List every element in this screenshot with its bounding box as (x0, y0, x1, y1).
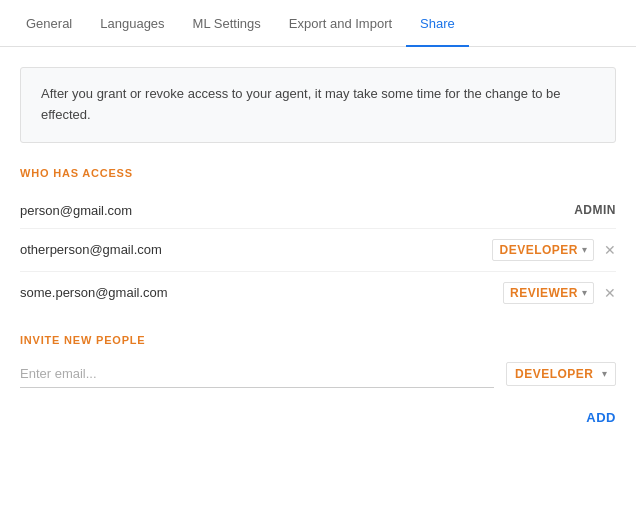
access-role-area: ADMIN (574, 203, 616, 217)
nav-tab-ml-settings[interactable]: ML Settings (179, 0, 275, 47)
main-content: After you grant or revoke access to your… (0, 47, 636, 449)
add-row: ADD (20, 406, 616, 429)
nav-tab-general[interactable]: General (12, 0, 86, 47)
access-row: person@gmail.comADMIN (20, 193, 616, 229)
role-chevron-icon: ▾ (582, 287, 587, 298)
nav-tab-languages[interactable]: Languages (86, 0, 178, 47)
access-row: otherperson@gmail.comDEVELOPER▾✕ (20, 229, 616, 272)
invite-email-input[interactable] (20, 360, 494, 388)
info-box: After you grant or revoke access to your… (20, 67, 616, 143)
invite-role-label: DEVELOPER (515, 367, 594, 381)
role-select-label: DEVELOPER (499, 243, 578, 257)
remove-access-button[interactable]: ✕ (604, 286, 616, 300)
invite-row: DEVELOPER ▾ (20, 360, 616, 388)
role-chevron-icon: ▾ (582, 244, 587, 255)
invite-section-label: INVITE NEW PEOPLE (20, 334, 616, 346)
nav-tab-export-import[interactable]: Export and Import (275, 0, 406, 47)
access-email: person@gmail.com (20, 203, 132, 218)
role-select-label: REVIEWER (510, 286, 578, 300)
role-label-admin: ADMIN (574, 203, 616, 217)
nav-tab-share[interactable]: Share (406, 0, 469, 47)
access-row: some.person@gmail.comREVIEWER▾✕ (20, 272, 616, 314)
remove-access-button[interactable]: ✕ (604, 243, 616, 257)
nav-tabs: GeneralLanguagesML SettingsExport and Im… (0, 0, 636, 47)
role-select-dropdown[interactable]: REVIEWER▾ (503, 282, 594, 304)
access-email: some.person@gmail.com (20, 285, 168, 300)
role-select-dropdown[interactable]: DEVELOPER▾ (492, 239, 594, 261)
access-role-area: DEVELOPER▾✕ (492, 239, 616, 261)
invite-section: INVITE NEW PEOPLE DEVELOPER ▾ (20, 334, 616, 388)
invite-role-dropdown[interactable]: DEVELOPER ▾ (506, 362, 616, 386)
add-button[interactable]: ADD (586, 406, 616, 429)
access-email: otherperson@gmail.com (20, 242, 162, 257)
access-section-label: WHO HAS ACCESS (20, 167, 616, 179)
invite-role-chevron-icon: ▾ (602, 368, 607, 379)
info-box-text: After you grant or revoke access to your… (41, 86, 561, 122)
access-list: person@gmail.comADMINotherperson@gmail.c… (20, 193, 616, 314)
access-role-area: REVIEWER▾✕ (503, 282, 616, 304)
